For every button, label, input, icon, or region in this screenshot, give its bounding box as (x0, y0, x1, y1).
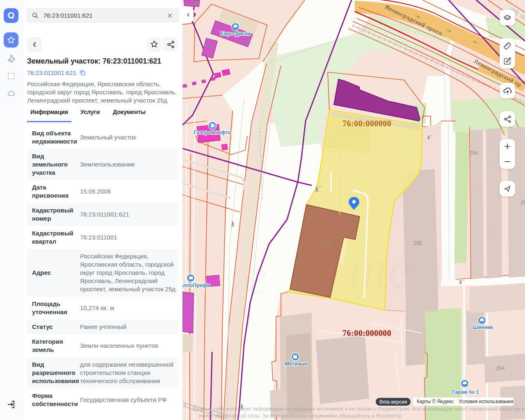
svg-text:Метизыч: Метизыч (285, 361, 307, 367)
svg-text:Газпромнефть: Газпромнефть (194, 130, 231, 135)
svg-text:25Б: 25Б (413, 240, 422, 246)
svg-text:76:00:000000: 76:00:000000 (342, 119, 391, 128)
svg-text:29Б: 29Б (204, 42, 212, 48)
svg-text:Гараж № 1: Гараж № 1 (452, 389, 479, 395)
svg-text:25А: 25А (496, 365, 504, 371)
svg-text:Данный сайт использует информа: Данный сайт использует информацию из отк… (193, 406, 525, 412)
svg-text:76:00:000000: 76:00:000000 (342, 329, 391, 338)
svg-text:таллоПрофи: таллоПрофи (183, 283, 210, 288)
svg-text:имеет юридической силы. За офи: имеет юридической силы. За официальными … (199, 413, 402, 419)
svg-text:25Д: 25Д (322, 242, 331, 247)
svg-text:25А: 25А (470, 150, 478, 156)
svg-text:25: 25 (520, 200, 525, 205)
svg-text:e: e (244, 246, 268, 305)
svg-text:29В: 29В (190, 0, 199, 5)
svg-text:Шинник: Шинник (472, 324, 493, 330)
svg-text:me: me (349, 240, 411, 299)
svg-text:29А: 29А (242, 39, 251, 45)
svg-text:Евро-Диски: Евро-Диски (221, 31, 251, 37)
